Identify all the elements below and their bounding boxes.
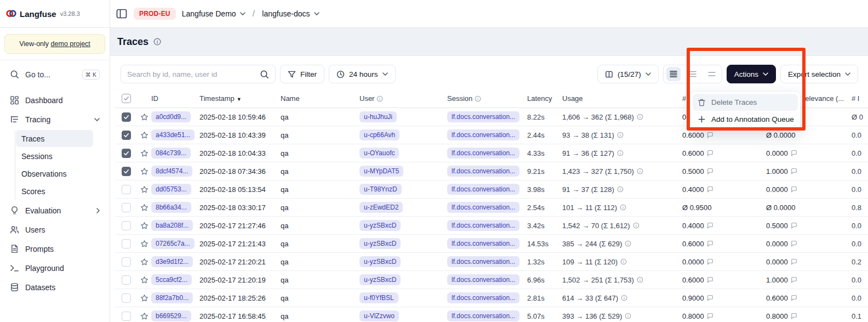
table-row[interactable]: dd05753... 2025-02-18 05:13:54 qa u-T98Y… [115, 180, 868, 199]
session-badge[interactable]: lf.docs.conversation... [447, 129, 519, 140]
user-badge[interactable]: u-huJhuJi [359, 111, 397, 122]
sidebar-item-tracing[interactable]: Tracing [5, 111, 104, 128]
bookmark-star-icon[interactable] [140, 312, 151, 320]
menu-item-delete-traces[interactable]: Delete Traces [693, 94, 798, 111]
row-height-large-button[interactable] [705, 67, 719, 81]
bookmark-star-icon[interactable] [140, 276, 151, 284]
row-checkbox[interactable] [122, 185, 131, 194]
column-header-name[interactable]: Name [281, 94, 359, 103]
sidebar-item-prompts[interactable]: Prompts [5, 240, 104, 258]
column-header-timestamp[interactable]: Timestamp▼ [199, 94, 281, 103]
sidebar-item-sessions[interactable]: Sessions [16, 148, 93, 165]
row-checkbox[interactable] [122, 293, 131, 303]
row-checkbox[interactable] [122, 167, 131, 176]
bookmark-star-icon[interactable] [140, 149, 151, 157]
row-checkbox[interactable] [122, 203, 131, 212]
bookmark-star-icon[interactable] [140, 294, 151, 302]
session-badge[interactable]: lf.docs.conversation... [447, 166, 519, 177]
bookmark-star-icon[interactable] [140, 167, 151, 176]
bookmark-star-icon[interactable] [140, 204, 151, 212]
trace-id-badge[interactable]: a433de51... [151, 129, 195, 140]
user-badge[interactable]: u-T98YnzD [359, 184, 402, 195]
trace-id-badge[interactable]: d3e9d1f2... [151, 256, 193, 267]
session-badge[interactable]: lf.docs.conversation... [447, 148, 519, 159]
bookmark-star-icon[interactable] [140, 258, 151, 266]
row-checkbox[interactable] [122, 275, 131, 285]
row-checkbox[interactable] [122, 112, 131, 122]
column-header-latency[interactable]: Latency [527, 94, 562, 103]
sidebar-item-observations[interactable]: Observations [16, 165, 93, 182]
trace-id-badge[interactable]: a0cd0d9... [151, 111, 191, 122]
org-switcher[interactable]: Langfuse Demo [182, 9, 245, 18]
column-header-session[interactable]: Session [447, 94, 527, 103]
bookmark-star-icon[interactable] [140, 240, 151, 248]
trace-id-badge[interactable]: b669529... [151, 310, 191, 321]
trace-id-badge[interactable]: 07265c7a... [151, 238, 195, 249]
search-icon[interactable] [260, 70, 269, 79]
bookmark-star-icon[interactable] [140, 131, 151, 139]
user-badge[interactable]: u-OYauofc [359, 148, 399, 159]
trace-id-badge[interactable]: 084c739... [151, 148, 191, 159]
sidebar-item-evaluation[interactable]: Evaluation [5, 202, 104, 219]
row-checkbox[interactable] [122, 239, 131, 248]
row-height-small-button[interactable] [666, 67, 681, 81]
bookmark-star-icon[interactable] [140, 185, 151, 194]
select-all-checkbox[interactable] [122, 94, 131, 103]
table-row[interactable]: 5cca9cf2... 2025-02-17 21:20:19 qa u-yzS… [115, 271, 868, 289]
column-header-count[interactable]: # I [849, 94, 868, 103]
table-row[interactable]: 88f2a7b0... 2025-02-17 18:25:26 qa u-f0Y… [115, 289, 868, 307]
user-badge[interactable]: u-yzSBxcD [359, 220, 401, 231]
user-badge[interactable]: u-cp66Avh [359, 129, 399, 140]
table-row[interactable]: ba8a208f... 2025-02-17 21:27:46 qa u-yzS… [115, 217, 868, 235]
row-checkbox[interactable] [122, 221, 131, 230]
bookmark-star-icon[interactable] [140, 222, 151, 230]
user-badge[interactable]: u-f0YfBSL [359, 292, 398, 303]
sidebar-item-dashboard[interactable]: Dashboard [5, 92, 104, 109]
table-row[interactable]: b669529... 2025-02-17 16:58:45 qa u-VlZz… [115, 307, 868, 322]
user-badge[interactable]: u-yzSBxcD [359, 256, 401, 267]
session-badge[interactable]: lf.docs.conversation... [447, 184, 519, 195]
row-checkbox[interactable] [122, 131, 131, 140]
session-badge[interactable]: lf.docs.conversation... [447, 292, 519, 303]
session-badge[interactable]: lf.docs.conversation... [447, 274, 519, 285]
sidebar-item-traces[interactable]: Traces [16, 130, 93, 147]
row-checkbox[interactable] [122, 257, 131, 267]
session-badge[interactable]: lf.docs.conversation... [447, 256, 519, 267]
demo-project-link[interactable]: demo project [51, 40, 90, 48]
table-row[interactable]: d3e9d1f2... 2025-02-17 21:20:21 qa u-yzS… [115, 253, 868, 271]
goto-search[interactable]: Go to... ⌘ K [5, 66, 104, 83]
sidebar-item-playground[interactable]: Playground [5, 259, 104, 277]
trace-id-badge[interactable]: 5cca9cf2... [151, 274, 192, 285]
column-header-id[interactable]: ID [151, 94, 199, 103]
session-badge[interactable]: lf.docs.conversation... [447, 202, 519, 213]
trace-id-badge[interactable]: 88f2a7b0... [151, 292, 193, 303]
column-header-relevance[interactable]: relevance (... [803, 94, 849, 103]
table-row[interactable]: 8b66a34... 2025-02-18 03:30:17 qa u-zEwd… [115, 199, 868, 217]
search-input[interactable] [127, 70, 255, 78]
user-badge[interactable]: u-MYpDAT5 [359, 166, 403, 177]
session-badge[interactable]: lf.docs.conversation... [447, 220, 519, 231]
row-height-medium-button[interactable] [686, 67, 700, 81]
bookmark-star-icon[interactable] [140, 113, 151, 121]
actions-button[interactable]: Actions [727, 65, 776, 83]
project-switcher[interactable]: langfuse-docs [262, 9, 319, 18]
trace-id-badge[interactable]: dd05753... [151, 184, 191, 195]
trace-id-badge[interactable]: ba8a208f... [151, 220, 193, 231]
table-row[interactable]: 8dcf4574... 2025-02-18 07:34:36 qa u-MYp… [115, 162, 868, 180]
menu-item-add-to-annotation-queue[interactable]: Add to Annotation Queue [693, 111, 798, 128]
column-header-usage[interactable]: Usage [562, 94, 682, 103]
sidebar-toggle-icon[interactable] [116, 8, 128, 20]
sidebar-item-scores[interactable]: Scores [16, 183, 93, 200]
user-badge[interactable]: u-yzSBxcD [359, 238, 401, 249]
time-range-button[interactable]: 24 hours [329, 65, 396, 83]
row-checkbox[interactable] [122, 312, 131, 321]
trace-id-badge[interactable]: 8b66a34... [151, 202, 191, 213]
user-badge[interactable]: u-VlZzvwo [359, 310, 399, 321]
user-badge[interactable]: u-yzSBxcD [359, 274, 401, 285]
table-row[interactable]: 084c739... 2025-02-18 10:04:33 qa u-OYau… [115, 144, 868, 162]
row-checkbox[interactable] [122, 149, 131, 158]
column-header-user[interactable]: User [359, 94, 447, 103]
session-badge[interactable]: lf.docs.conversation... [447, 310, 519, 321]
sidebar-item-users[interactable]: Users [5, 221, 104, 239]
sidebar-item-datasets[interactable]: Datasets [5, 279, 104, 296]
